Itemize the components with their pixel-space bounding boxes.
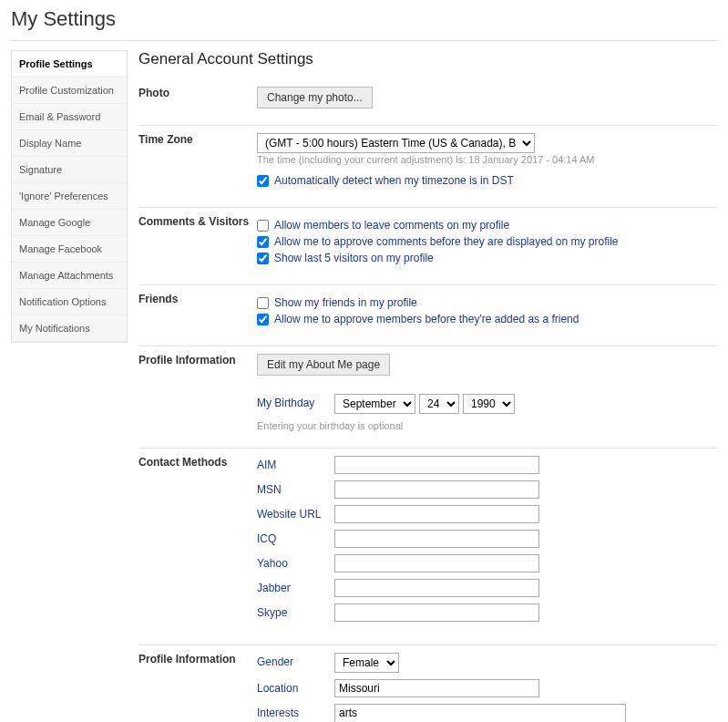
gender-select[interactable]: Female bbox=[334, 653, 399, 673]
approve-comments-label[interactable]: Allow me to approve comments before they… bbox=[274, 235, 619, 248]
contact-methods-label: Contact Methods bbox=[138, 456, 257, 469]
allow-comments-label[interactable]: Allow members to leave comments on my pr… bbox=[274, 219, 509, 232]
skype-input[interactable] bbox=[334, 603, 539, 622]
approve-friends-label[interactable]: Allow me to approve members before they'… bbox=[274, 313, 579, 325]
interests-textarea[interactable] bbox=[334, 704, 626, 722]
edit-about-button[interactable]: Edit my About Me page bbox=[257, 354, 390, 376]
approve-friends-checkbox[interactable] bbox=[257, 314, 269, 325]
website-url-label[interactable]: Website URL bbox=[257, 505, 334, 521]
sidebar-item-manage-google[interactable]: Manage Google bbox=[12, 210, 127, 236]
timezone-label: Time Zone bbox=[138, 133, 257, 146]
gender-label[interactable]: Gender bbox=[257, 653, 334, 668]
sidebar-item-ignore-preferences[interactable]: 'Ignore' Preferences bbox=[12, 183, 127, 210]
dst-checkbox[interactable] bbox=[257, 175, 269, 187]
comments-label: Comments & Visitors bbox=[138, 215, 257, 228]
show-friends-checkbox[interactable] bbox=[257, 297, 269, 309]
birthday-month-select[interactable]: September bbox=[334, 394, 415, 414]
show-friends-label[interactable]: Show my friends in my profile bbox=[274, 296, 417, 309]
sidebar-item-signature[interactable]: Signature bbox=[12, 157, 127, 183]
jabber-label[interactable]: Jabber bbox=[257, 579, 334, 594]
photo-label: Photo bbox=[138, 87, 257, 99]
dst-label[interactable]: Automatically detect when my timezone is… bbox=[274, 174, 514, 187]
sidebar-item-manage-attachments[interactable]: Manage Attachments bbox=[12, 263, 127, 289]
allow-comments-checkbox[interactable] bbox=[257, 220, 269, 232]
settings-sidebar: Profile Settings Profile Customization E… bbox=[11, 50, 128, 343]
aim-label[interactable]: AIM bbox=[257, 456, 334, 471]
sidebar-item-my-notifications[interactable]: My Notifications bbox=[12, 315, 127, 342]
birthday-hint: Entering your birthday is optional bbox=[257, 420, 717, 431]
profile-info2-label: Profile Information bbox=[138, 653, 257, 665]
birthday-label[interactable]: My Birthday bbox=[257, 394, 334, 409]
show-visitors-checkbox[interactable] bbox=[257, 253, 269, 264]
profile-info-label: Profile Information bbox=[138, 354, 257, 366]
page-title: My Settings bbox=[11, 7, 717, 31]
location-input[interactable] bbox=[334, 679, 539, 697]
yahoo-label[interactable]: Yahoo bbox=[257, 554, 334, 570]
sidebar-item-profile-settings[interactable]: Profile Settings bbox=[12, 51, 127, 77]
msn-label[interactable]: MSN bbox=[257, 480, 334, 496]
interests-label[interactable]: Interests bbox=[257, 704, 334, 719]
sidebar-item-email-password[interactable]: Email & Password bbox=[12, 104, 127, 130]
website-url-input[interactable] bbox=[334, 505, 539, 523]
friends-label: Friends bbox=[138, 293, 257, 305]
location-label[interactable]: Location bbox=[257, 679, 334, 695]
sidebar-item-profile-customization[interactable]: Profile Customization bbox=[12, 77, 127, 104]
show-visitors-label[interactable]: Show last 5 visitors on my profile bbox=[274, 252, 434, 264]
sidebar-item-notification-options[interactable]: Notification Options bbox=[12, 289, 127, 315]
skype-label[interactable]: Skype bbox=[257, 603, 334, 619]
section-title: General Account Settings bbox=[138, 50, 717, 68]
jabber-input[interactable] bbox=[334, 579, 539, 597]
timezone-select[interactable]: (GMT - 5:00 hours) Eastern Time (US & Ca… bbox=[257, 133, 535, 153]
approve-comments-checkbox[interactable] bbox=[257, 236, 269, 248]
birthday-day-select[interactable]: 24 bbox=[419, 394, 459, 414]
timezone-hint: The time (including your current adjustm… bbox=[257, 154, 717, 165]
change-photo-button[interactable]: Change my photo... bbox=[257, 87, 373, 108]
birthday-year-select[interactable]: 1990 bbox=[463, 394, 515, 414]
icq-input[interactable] bbox=[334, 530, 539, 548]
divider bbox=[11, 40, 717, 41]
sidebar-item-display-name[interactable]: Display Name bbox=[12, 130, 127, 157]
yahoo-input[interactable] bbox=[334, 554, 539, 572]
icq-label[interactable]: ICQ bbox=[257, 530, 334, 545]
sidebar-item-manage-facebook[interactable]: Manage Facebook bbox=[12, 236, 127, 263]
msn-input[interactable] bbox=[334, 480, 539, 499]
aim-input[interactable] bbox=[334, 456, 539, 474]
